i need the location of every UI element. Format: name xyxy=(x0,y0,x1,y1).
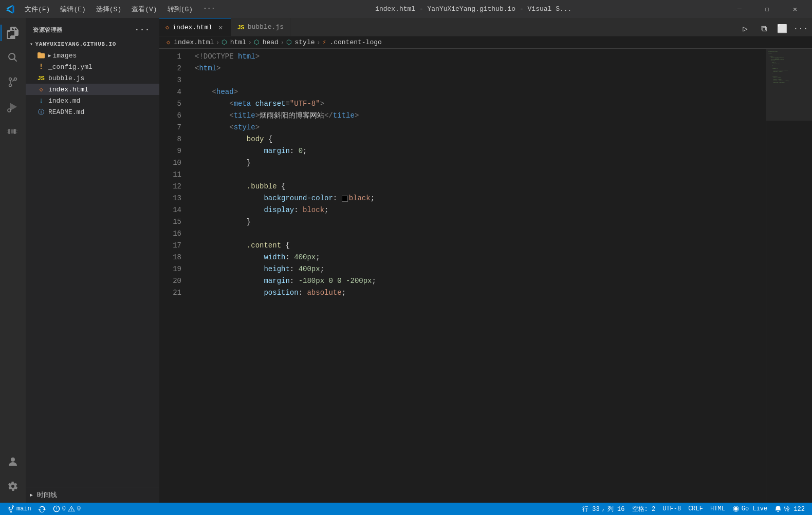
line-num-2: 2 xyxy=(159,63,181,74)
breadcrumb-style-elem-icon: ⬡ xyxy=(286,39,291,46)
activity-source-control[interactable] xyxy=(1,70,25,94)
editor-more-button[interactable]: ··· xyxy=(793,22,808,36)
token: .bubble xyxy=(247,181,277,193)
status-sync[interactable] xyxy=(35,503,49,515)
run-file-button[interactable]: ▷ xyxy=(738,22,752,36)
breadcrumb-file[interactable]: index.html xyxy=(174,39,214,46)
status-spaces[interactable]: 空格: 2 xyxy=(629,503,659,515)
token: title xyxy=(234,110,255,122)
sidebar-item-bubble-js[interactable]: JS bubble.js xyxy=(26,72,159,84)
breadcrumb-head[interactable]: head xyxy=(263,39,279,46)
activity-search[interactable] xyxy=(1,45,25,70)
sidebar-item-index-md-label: index.md xyxy=(48,97,80,105)
menu-file[interactable]: 文件(F) xyxy=(21,4,54,15)
token xyxy=(195,275,264,287)
token: > xyxy=(255,122,260,133)
token: : xyxy=(290,263,299,275)
token xyxy=(195,133,247,145)
breadcrumb-html[interactable]: html xyxy=(230,39,246,46)
sidebar-timeline-item[interactable]: ▶ 时间线 xyxy=(26,489,159,501)
sidebar-item-images[interactable]: ▶ images xyxy=(26,50,159,61)
token: 0 xyxy=(328,275,333,287)
sidebar-root-item[interactable]: ▾ YANYUXIEYANG.GITHUB.IO xyxy=(26,39,159,50)
token xyxy=(195,204,264,216)
activity-account[interactable] xyxy=(1,449,25,474)
code-content[interactable]: <!DOCTYPE html> <html> <head> xyxy=(188,49,766,503)
tab-index-html[interactable]: ◇ index.html ✕ xyxy=(159,18,231,36)
token: ; xyxy=(320,263,324,275)
status-notifications[interactable]: 铃 122 xyxy=(771,503,808,515)
line-numbers: 1 2 3 4 5 6 7 8 9 10 11 12 13 14 15 16 1 xyxy=(159,49,188,503)
toggle-panel-button[interactable]: ⬜ xyxy=(775,22,789,36)
line-num-1: 1 xyxy=(159,51,181,63)
activity-explorer[interactable] xyxy=(1,21,25,45)
maximize-button[interactable]: ☐ xyxy=(755,0,779,18)
code-line-16 xyxy=(188,228,766,240)
html-file-icon: ◇ xyxy=(37,85,45,93)
menu-select[interactable]: 选择(S) xyxy=(92,4,125,15)
token: -200px xyxy=(346,275,372,287)
sidebar-tree: ▾ YANYUXIEYANG.GITHUB.IO ▶ images ! _con… xyxy=(26,39,159,487)
token: block xyxy=(303,204,324,216)
error-icon xyxy=(53,505,60,512)
extensions-icon xyxy=(7,125,19,138)
code-line-20: margin: -180px 0 0 -200px; xyxy=(188,275,766,287)
activity-bar xyxy=(0,18,26,503)
status-line-ending[interactable]: CRLF xyxy=(685,503,706,515)
window-controls: — ☐ ✕ xyxy=(728,0,807,18)
activity-settings[interactable] xyxy=(1,474,25,499)
activity-run[interactable] xyxy=(1,94,25,119)
breadcrumb-html-elem-icon: ⬡ xyxy=(222,39,227,46)
token: : xyxy=(290,145,299,157)
token xyxy=(195,240,247,252)
token: 0 xyxy=(299,145,303,157)
sidebar-item-index-md[interactable]: ↓ index.md xyxy=(26,95,159,106)
status-branch[interactable]: main xyxy=(4,503,34,515)
status-live-server[interactable]: Go Live xyxy=(729,503,770,515)
menu-edit[interactable]: 编辑(E) xyxy=(56,4,89,15)
tab-close-index-html[interactable]: ✕ xyxy=(216,23,225,31)
sidebar-item-index-html-label: index.html xyxy=(48,86,88,93)
sidebar-more-button[interactable]: ··· xyxy=(133,24,152,35)
token xyxy=(195,252,264,263)
breadcrumb-style[interactable]: style xyxy=(295,39,315,46)
code-line-21: position: absolute; xyxy=(188,287,766,299)
close-button[interactable]: ✕ xyxy=(783,0,807,18)
token: absolute xyxy=(307,287,341,299)
status-encoding[interactable]: UTF-8 xyxy=(659,503,684,515)
token xyxy=(195,110,229,122)
token xyxy=(195,145,264,157)
status-language[interactable]: HTML xyxy=(707,503,728,515)
live-server-label: Go Live xyxy=(742,505,767,512)
sidebar-item-config[interactable]: ! _config.yml xyxy=(26,61,159,72)
search-icon xyxy=(7,51,19,64)
sidebar-item-readme-label: README.md xyxy=(48,108,84,116)
menu-goto[interactable]: 转到(G) xyxy=(163,4,197,15)
token xyxy=(195,122,229,133)
branch-name: main xyxy=(16,505,31,512)
sidebar: 资源管理器 ··· ▾ YANYUXIEYANG.GITHUB.IO ▶ ima… xyxy=(26,18,159,503)
sidebar-item-index-html[interactable]: ◇ index.html xyxy=(26,84,159,95)
minimize-button[interactable]: — xyxy=(728,0,751,18)
activity-extensions[interactable] xyxy=(1,119,25,144)
menu-more[interactable]: ··· xyxy=(199,4,219,15)
js-file-icon: JS xyxy=(37,74,45,82)
line-num-11: 11 xyxy=(159,169,181,181)
breadcrumb-content-logo[interactable]: .content-logo xyxy=(329,39,381,46)
sidebar-item-bubble-js-label: bubble.js xyxy=(48,74,84,82)
status-line-col[interactable]: 行 33, 列 16 xyxy=(579,503,628,515)
tab-bubble-js[interactable]: JS bubble.js xyxy=(231,18,290,36)
sidebar-item-config-label: _config.yml xyxy=(48,63,93,71)
token: > xyxy=(216,63,220,74)
sidebar-item-readme[interactable]: ⓘ README.md xyxy=(26,106,159,118)
code-line-11 xyxy=(188,169,766,181)
token: width xyxy=(264,252,285,263)
color-swatch[interactable] xyxy=(342,196,348,202)
status-col: 列 16 xyxy=(607,505,625,513)
code-line-13: background-color: black; xyxy=(188,193,766,204)
status-errors[interactable]: 0 0 xyxy=(50,503,84,515)
code-editor[interactable]: 1 2 3 4 5 6 7 8 9 10 11 12 13 14 15 16 1 xyxy=(159,49,766,503)
vscode-logo-icon xyxy=(5,4,15,14)
menu-view[interactable]: 查看(V) xyxy=(127,4,161,15)
split-editor-button[interactable]: ⧉ xyxy=(756,22,771,36)
